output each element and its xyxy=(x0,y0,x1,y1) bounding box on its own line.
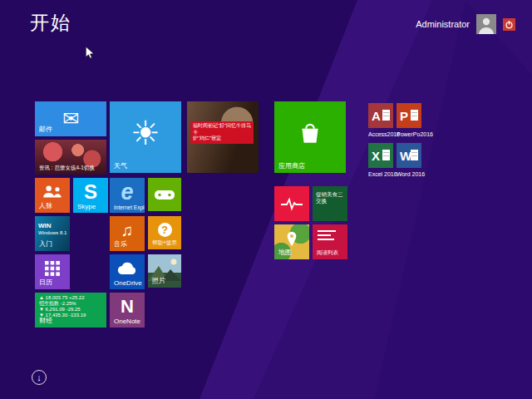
tile-reading-list[interactable]: 阅读列表 xyxy=(313,224,347,259)
word-label: Word 2016 xyxy=(397,171,438,177)
down-arrow-icon: ↓ xyxy=(37,372,42,382)
user-avatar[interactable] xyxy=(476,14,496,34)
tile-skype-label: Skype xyxy=(77,203,96,210)
tile-calendar[interactable]: 日历 xyxy=(35,254,70,289)
skype-icon: S xyxy=(73,178,108,206)
news-headline: 福时间初记“好”回忆牛排马卡 炉“鸡仁”寝室 xyxy=(190,121,254,144)
tile-weather-label: 天气 xyxy=(114,161,127,170)
tile-help-tips[interactable]: ? 帮助+提示 xyxy=(148,216,181,249)
document-page-icon xyxy=(382,150,390,160)
tile-maps-label: 地图 xyxy=(278,248,292,257)
page-title: 开始 xyxy=(30,10,71,36)
access-icon: A xyxy=(372,109,381,123)
gamepad-icon xyxy=(148,178,181,211)
tile-mail-label: 邮件 xyxy=(39,125,52,134)
tile-store-label: 应用商店 xyxy=(278,161,305,170)
tile-calendar-label: 日历 xyxy=(39,278,52,287)
document-page-icon xyxy=(411,150,418,160)
power-icon xyxy=(505,20,514,29)
ie-icon: e xyxy=(110,178,145,206)
tile-photos-label: 照片 xyxy=(152,276,165,285)
list-lines-icon xyxy=(318,230,336,243)
powerpoint-label: PowerPo2016 xyxy=(397,131,438,137)
headline-line: 炉“鸡仁”寝室 xyxy=(193,135,251,142)
power-button[interactable] xyxy=(503,18,515,31)
tile-onedrive[interactable]: OneDrive xyxy=(110,254,145,289)
tile-photos[interactable]: 照片 xyxy=(148,254,181,288)
quote-line: ▲ 18,003.75 +25.22 xyxy=(39,295,86,301)
windows-logo-text: WIN Windows 8.1 xyxy=(38,223,66,236)
tile-weather[interactable]: ☀ 天气 xyxy=(110,101,181,173)
tile-onenote-label: OneNote xyxy=(114,318,140,325)
start-screen: 开始 Administrator ✉ 邮件 资讯 : 芭蕾女孩4-1切换 ☀ 天… xyxy=(0,0,532,399)
tile-help-label: 帮助+提示 xyxy=(152,239,177,247)
tile-games[interactable] xyxy=(148,178,181,211)
onenote-icon: N xyxy=(110,293,145,321)
tile-store[interactable]: 应用商店 xyxy=(274,101,346,173)
excel-icon: X xyxy=(372,149,380,163)
finance-quotes: ▲ 18,003.75 +25.22 恒生指数 -2.25% ▼ 6,291.0… xyxy=(39,295,86,318)
tile-word-2016[interactable]: W Word 2016 xyxy=(397,143,438,177)
document-page-icon xyxy=(411,110,418,121)
tile-reading-label: 阅读列表 xyxy=(317,249,338,257)
quote-line: ▼ 6,291.09 -29.25 xyxy=(39,307,86,313)
news-ballet-label: 资讯 : 芭蕾女孩4-1切换 xyxy=(39,165,95,172)
user-icon xyxy=(476,14,496,34)
tile-news-ballet[interactable]: 资讯 : 芭蕾女孩4-1切换 xyxy=(35,140,106,175)
all-apps-button[interactable]: ↓ xyxy=(32,370,47,385)
powerpoint-icon: P xyxy=(400,109,408,123)
food-headline: 促销美食三交换 xyxy=(316,191,344,204)
tile-get-started[interactable]: WIN Windows 8.1 入门 xyxy=(35,216,70,251)
tile-health[interactable] xyxy=(274,186,309,221)
headline-line: 福时间初记“好”回忆牛排马卡 xyxy=(193,123,251,135)
tile-maps[interactable]: 地图 xyxy=(274,224,309,259)
sun-icon: ☀ xyxy=(110,101,181,165)
user-area: Administrator xyxy=(416,14,515,34)
tile-onenote[interactable]: N OneNote xyxy=(110,293,145,328)
mouse-cursor xyxy=(86,47,96,59)
tile-music-label: 音乐 xyxy=(114,239,127,249)
document-page-icon xyxy=(382,110,390,121)
tile-ie-label: Internet Explorer xyxy=(114,204,145,210)
tile-skype[interactable]: S Skype xyxy=(73,178,108,213)
tile-music[interactable]: ♫ 音乐 xyxy=(110,216,145,251)
tile-internet-explorer[interactable]: e Internet Explorer xyxy=(110,178,145,213)
tile-finance[interactable]: ▲ 18,003.75 +25.22 恒生指数 -2.25% ▼ 6,291.0… xyxy=(35,293,106,328)
tile-people[interactable]: 人脉 xyxy=(35,178,70,213)
tile-onedrive-label: OneDrive xyxy=(114,279,142,287)
tile-powerpoint-2016[interactable]: P PowerPo2016 xyxy=(397,103,438,137)
tile-news-photo[interactable]: 福时间初记“好”回忆牛排马卡 炉“鸡仁”寝室 xyxy=(187,101,259,173)
tile-food-drink[interactable]: 促销美食三交换 xyxy=(313,186,347,221)
quote-line: 恒生指数 -2.25% xyxy=(39,301,86,307)
pulse-icon xyxy=(274,186,309,221)
tile-finance-label: 财经 xyxy=(39,316,52,325)
tile-get-started-label: 入门 xyxy=(39,239,52,249)
user-name[interactable]: Administrator xyxy=(416,19,470,29)
tile-mail[interactable]: ✉ 邮件 xyxy=(35,101,106,136)
tile-people-label: 人脉 xyxy=(39,201,52,210)
